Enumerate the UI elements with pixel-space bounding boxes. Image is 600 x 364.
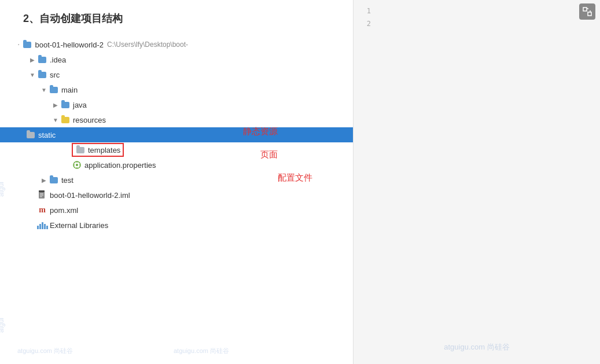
page-title: 2、自动创建项目结构 <box>17 12 353 25</box>
watermark-left-mid: atgui <box>0 182 5 197</box>
static-folder-icon <box>25 130 36 140</box>
templates-label: templates <box>88 146 120 155</box>
main-label: main <box>61 86 78 94</box>
extlib-icon <box>37 220 47 230</box>
main-folder-icon <box>49 84 59 95</box>
tree-resources[interactable]: ▼ resources <box>17 112 353 127</box>
expand-button[interactable] <box>579 3 595 20</box>
svg-rect-8 <box>40 193 43 194</box>
tree-idea[interactable]: ▶ .idea <box>17 52 353 67</box>
iml-label: boot-01-helloworld-2.iml <box>50 191 130 200</box>
tree-templates[interactable]: templates <box>17 142 353 157</box>
svg-point-1 <box>76 164 78 166</box>
tree-iml[interactable]: boot-01-helloworld-2.iml <box>17 187 353 203</box>
root-folder-icon <box>22 39 32 50</box>
src-folder-icon <box>37 69 47 80</box>
test-folder-icon <box>49 175 59 185</box>
editor-lines: 1 2 <box>354 0 600 364</box>
page-container: atgui atgui 2、自动创建项目结构 · boot-01-hellowo… <box>0 0 600 364</box>
tree-pom[interactable]: m pom.xml <box>17 203 353 218</box>
chevron-app-props <box>64 161 71 168</box>
editor-line-2: 2 <box>354 17 600 30</box>
bottom-watermark-center: atguigu.com 尚硅谷 <box>174 347 229 355</box>
tree-main[interactable]: ▼ main <box>17 82 353 97</box>
iml-file-icon <box>37 190 47 200</box>
tree-java[interactable]: ▶ java <box>17 97 353 112</box>
line-number-1: 1 <box>354 7 377 15</box>
expand-icon <box>583 7 592 16</box>
svg-rect-12 <box>588 12 591 16</box>
resources-folder-icon <box>60 115 71 125</box>
file-tree: · boot-01-helloworld-2 C:\Users\lfy\Desk… <box>17 37 353 233</box>
chevron-right-icon-2: ▶ <box>52 101 59 108</box>
java-folder-icon <box>60 100 71 110</box>
root-label: boot-01-helloworld-2 <box>35 41 104 49</box>
extlib-label: External Libraries <box>50 221 108 230</box>
svg-rect-11 <box>583 8 587 11</box>
chevron-down-icon: ▼ <box>29 71 36 78</box>
tree-extlib[interactable]: External Libraries <box>17 218 353 233</box>
tree-test[interactable]: ▶ test <box>17 172 353 187</box>
templates-highlight-box: templates <box>72 143 124 157</box>
svg-rect-9 <box>40 195 43 196</box>
idea-label: .idea <box>50 56 66 64</box>
root-dot: · <box>17 39 20 50</box>
tree-src[interactable]: ▼ src <box>17 67 353 82</box>
java-label: java <box>73 101 87 109</box>
editor-line-1: 1 <box>354 5 600 17</box>
src-label: src <box>50 71 60 79</box>
chevron-down-icon-2: ▼ <box>41 86 47 93</box>
resources-label: resources <box>73 116 106 124</box>
tree-root[interactable]: · boot-01-helloworld-2 C:\Users\lfy\Desk… <box>17 37 353 52</box>
chevron-extlib <box>29 222 36 229</box>
tree-app-props[interactable]: application.properties <box>17 157 353 172</box>
chevron-templates <box>64 146 71 153</box>
left-panel: atgui atgui 2、自动创建项目结构 · boot-01-hellowo… <box>0 0 353 364</box>
chevron-pom <box>29 207 36 214</box>
app-props-icon <box>72 160 82 170</box>
watermark-left-bot: atgui <box>0 318 5 333</box>
line-number-2: 2 <box>354 20 377 28</box>
pom-label: pom.xml <box>50 206 78 215</box>
root-path: C:\Users\lfy\Desktop\boot- <box>107 41 188 49</box>
tree-static[interactable]: static <box>0 127 353 142</box>
app-props-label: application.properties <box>84 161 156 170</box>
svg-rect-10 <box>40 196 42 197</box>
templates-folder-icon <box>75 145 86 155</box>
svg-rect-7 <box>39 190 45 192</box>
chevron-iml <box>29 192 36 198</box>
chevron-right-icon: ▶ <box>29 56 36 63</box>
chevron-static <box>17 131 24 138</box>
right-panel: 1 2 atguigu.com 尚硅谷 <box>353 0 600 364</box>
static-label: static <box>38 131 56 139</box>
pom-icon: m <box>37 205 47 215</box>
idea-folder-icon <box>37 54 47 65</box>
bottom-watermark-left: atguigu.com 尚硅谷 <box>17 347 73 355</box>
chevron-down-icon-3: ▼ <box>52 116 59 123</box>
test-label: test <box>61 176 73 185</box>
chevron-test: ▶ <box>41 177 47 183</box>
right-panel-watermark: atguigu.com 尚硅谷 <box>444 342 509 352</box>
